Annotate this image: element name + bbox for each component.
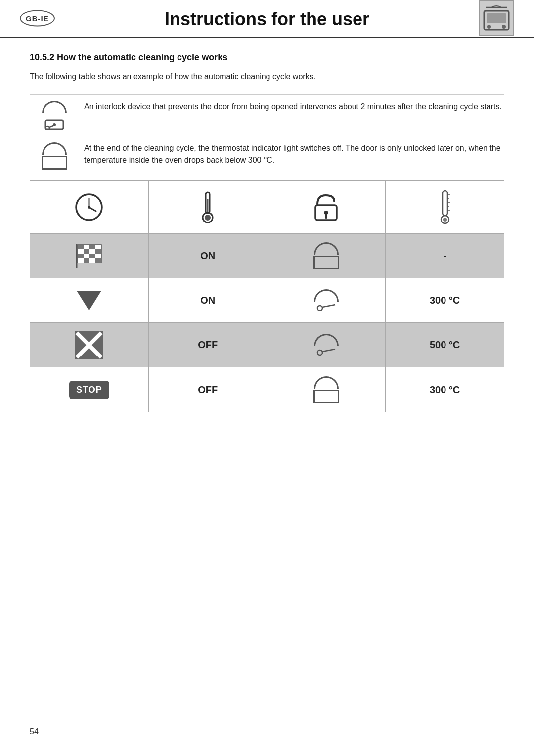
header-thermometer-cell (149, 181, 267, 233)
main-content: 10.5.2 How the automatic cleaning cycle … (0, 38, 534, 432)
flag-icon (74, 243, 104, 269)
table-cell-2-3 (267, 278, 386, 322)
product-icon (479, 0, 514, 36)
table-cell-1-2: ON (149, 234, 267, 278)
svg-rect-40 (84, 254, 89, 258)
page: GB-IE Instructions for the user 10.5.2 (0, 0, 534, 756)
svg-point-8 (45, 126, 49, 130)
table-cell-4-3 (267, 367, 386, 412)
svg-line-9 (49, 125, 54, 127)
clock-icon (74, 192, 104, 222)
table-cell-2-2: ON (149, 278, 267, 322)
oven-door-locked-2 (314, 289, 339, 311)
cell-value-1-4: - (443, 250, 446, 262)
svg-point-13 (88, 206, 90, 209)
body-1 (313, 256, 339, 269)
arc-1 (314, 242, 339, 255)
product-svg-icon (482, 3, 511, 33)
info-text-1: An interlock device that prevents the do… (79, 101, 504, 113)
cell-value-2-2: ON (200, 295, 215, 306)
svg-rect-36 (84, 249, 89, 254)
arc-4 (314, 376, 339, 389)
footer: 54 (30, 727, 39, 736)
lock-key-icon (44, 115, 65, 130)
door-arc-2 (42, 142, 67, 155)
info-icon-cell-1 (30, 101, 79, 130)
x-mark-icon (75, 331, 103, 359)
svg-line-48 (322, 305, 335, 307)
svg-rect-34 (95, 245, 101, 249)
svg-rect-1 (487, 13, 506, 23)
table-header-row (30, 181, 504, 234)
door-body-2 (42, 156, 67, 170)
cell-value-4-2: OFF (198, 384, 218, 396)
page-title: Instructions for the user (165, 9, 369, 30)
svg-rect-32 (84, 245, 89, 249)
svg-rect-15 (207, 199, 209, 213)
table-cell-4-1: STOP (30, 367, 149, 412)
table-row-4: STOP OFF 300 °C (30, 367, 504, 412)
table-cell-2-1 (30, 278, 149, 322)
table-cell-1-4: - (386, 234, 504, 278)
logo-right (479, 0, 514, 36)
key-icon-2 (316, 303, 336, 311)
table-cell-3-1 (30, 323, 149, 367)
svg-rect-31 (78, 245, 84, 249)
arc-3 (314, 334, 339, 346)
cell-value-2-4: 300 °C (430, 295, 460, 306)
lock-open-icon (312, 191, 340, 223)
info-row-1: An interlock device that prevents the do… (30, 94, 504, 136)
svg-rect-42 (95, 254, 101, 258)
svg-point-2 (487, 25, 491, 29)
table-cell-4-2: OFF (149, 367, 267, 412)
svg-rect-33 (89, 245, 95, 249)
table-cell-1-1 (30, 234, 149, 278)
svg-rect-41 (89, 254, 95, 258)
svg-rect-39 (78, 254, 84, 258)
svg-point-49 (317, 350, 322, 355)
svg-point-47 (317, 306, 322, 311)
header-lock-cell (267, 181, 386, 233)
cell-value-1-2: ON (200, 250, 215, 262)
thermometer-icon (200, 191, 215, 223)
header-temperature-cell (386, 181, 504, 233)
svg-point-3 (502, 25, 506, 29)
door-arc (42, 101, 67, 113)
intro-paragraph1: The following table shows an example of … (30, 71, 504, 83)
oven-door-unlocked-4 (313, 376, 339, 403)
table-cell-3-2: OFF (149, 323, 267, 367)
oven-door-locked-3 (314, 334, 339, 356)
cell-value-3-2: OFF (198, 339, 218, 351)
svg-point-17 (205, 215, 211, 221)
down-arrow-icon (77, 291, 101, 311)
key-icon-3 (316, 347, 336, 356)
svg-rect-37 (89, 249, 95, 254)
table-cell-3-4: 500 °C (386, 323, 504, 367)
stop-badge-icon: STOP (69, 381, 109, 399)
logo-left: GB-IE (20, 10, 55, 27)
svg-point-28 (443, 218, 447, 222)
svg-rect-43 (78, 258, 84, 263)
arc-2 (314, 289, 339, 302)
table-row-3: OFF 500 °C (30, 323, 504, 367)
door-arc-icon-2 (42, 142, 67, 170)
page-number: 54 (30, 727, 39, 736)
country-code: GB-IE (20, 10, 55, 27)
section-heading: 10.5.2 How the automatic cleaning cycle … (30, 52, 504, 63)
table-row-2: ON 300 °C (30, 278, 504, 323)
header: GB-IE Instructions for the user (0, 0, 534, 38)
cell-value-4-4: 300 °C (430, 384, 460, 396)
table-cell-3-3 (267, 323, 386, 367)
svg-rect-21 (443, 191, 447, 216)
svg-line-50 (322, 349, 335, 352)
info-text-2: At the end of the cleaning cycle, the th… (79, 142, 504, 166)
svg-rect-44 (84, 258, 89, 263)
cell-value-3-4: 500 °C (430, 339, 460, 351)
svg-rect-38 (95, 249, 101, 254)
body-4 (313, 390, 339, 403)
svg-rect-45 (89, 258, 95, 263)
table-cell-2-4: 300 °C (386, 278, 504, 322)
table-cell-1-3 (267, 234, 386, 278)
info-row-2: At the end of the cleaning cycle, the th… (30, 136, 504, 176)
cleaning-cycle-table: ON - ON (30, 180, 504, 412)
